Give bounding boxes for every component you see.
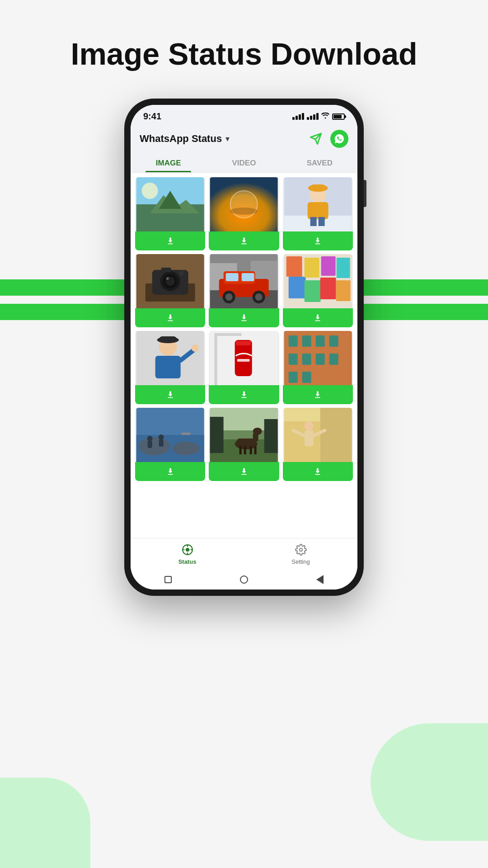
image-card: [135, 254, 205, 327]
svg-rect-87: [264, 419, 278, 453]
svg-rect-100: [304, 430, 313, 446]
download-btn-1[interactable]: [135, 231, 205, 250]
image-thumb-10: [135, 408, 205, 462]
svg-rect-43: [304, 280, 320, 302]
svg-rect-41: [288, 277, 305, 298]
download-btn-12[interactable]: [283, 462, 353, 481]
phone-shell: 9:41: [124, 99, 364, 596]
svg-point-6: [142, 183, 158, 199]
setting-nav-label: Setting: [291, 558, 310, 565]
android-home-btn[interactable]: [240, 576, 248, 584]
svg-rect-34: [242, 273, 254, 281]
tab-saved[interactable]: SAVED: [282, 152, 357, 172]
svg-rect-68: [288, 354, 297, 365]
svg-rect-14: [310, 184, 325, 191]
status-nav-icon: [181, 543, 194, 557]
android-nav-bar: [131, 570, 357, 590]
svg-point-77: [173, 442, 200, 455]
whatsapp-logo-icon[interactable]: [330, 130, 348, 148]
download-btn-10[interactable]: [135, 462, 205, 481]
image-card: [283, 331, 353, 404]
image-thumb-7: [135, 331, 205, 385]
svg-rect-79: [148, 441, 152, 448]
svg-rect-57: [215, 333, 242, 336]
signal-2-icon: [307, 113, 319, 120]
image-card: [135, 331, 205, 404]
download-btn-11[interactable]: [209, 462, 279, 481]
svg-rect-44: [321, 256, 335, 276]
svg-rect-90: [239, 446, 242, 454]
image-card: [135, 177, 205, 250]
android-square-btn[interactable]: [164, 576, 172, 583]
bottom-nav: Status Setting: [131, 538, 357, 570]
nav-item-status[interactable]: Status: [131, 543, 244, 565]
svg-rect-56: [215, 333, 217, 385]
app-header-title: WhatsApp Status: [140, 133, 222, 145]
svg-point-99: [304, 421, 313, 430]
battery-icon: [332, 113, 345, 120]
wifi-icon: [321, 113, 329, 121]
svg-rect-81: [159, 439, 164, 447]
image-thumb-8: [209, 331, 279, 385]
download-btn-4[interactable]: [135, 308, 205, 327]
bg-blob-bl: [0, 778, 90, 868]
dropdown-arrow-icon[interactable]: ▾: [225, 134, 230, 144]
image-card: [283, 254, 353, 327]
svg-rect-93: [254, 446, 257, 454]
tab-video[interactable]: VIDEO: [206, 152, 282, 172]
svg-point-109: [299, 548, 302, 552]
svg-rect-98: [284, 421, 320, 462]
image-card: [209, 331, 279, 404]
send-icon[interactable]: [308, 131, 324, 147]
download-btn-9[interactable]: [283, 385, 353, 404]
svg-rect-72: [288, 372, 297, 383]
bg-blob-br: [371, 723, 488, 841]
svg-rect-52: [155, 356, 181, 378]
download-btn-7[interactable]: [135, 385, 205, 404]
svg-rect-67: [329, 335, 338, 347]
svg-point-104: [185, 548, 189, 552]
image-thumb-2: [209, 177, 279, 231]
tab-image[interactable]: IMAGE: [131, 152, 206, 172]
image-card: [209, 254, 279, 327]
download-btn-5[interactable]: [209, 308, 279, 327]
svg-rect-66: [315, 335, 324, 347]
svg-rect-86: [210, 417, 224, 453]
image-thumb-1: [135, 177, 205, 231]
signal-1-icon: [292, 113, 304, 120]
svg-rect-47: [336, 280, 350, 301]
image-thumb-3: [283, 177, 353, 231]
download-btn-8[interactable]: [209, 385, 279, 404]
header-right: [308, 130, 348, 148]
android-back-btn[interactable]: [316, 575, 324, 584]
svg-point-24: [166, 277, 169, 280]
header-left: WhatsApp Status ▾: [140, 133, 230, 145]
svg-rect-16: [310, 217, 316, 226]
nav-item-setting[interactable]: Setting: [244, 543, 357, 565]
svg-rect-46: [336, 258, 350, 278]
svg-rect-82: [182, 433, 191, 435]
setting-nav-icon: [294, 543, 308, 557]
svg-rect-70: [315, 354, 324, 365]
svg-rect-17: [318, 217, 324, 226]
svg-point-38: [255, 293, 263, 301]
status-time: 9:41: [143, 111, 161, 122]
image-card: [283, 177, 353, 250]
svg-rect-40: [286, 256, 302, 277]
phone-inner: 9:41: [131, 105, 357, 590]
svg-rect-64: [288, 335, 297, 347]
svg-point-36: [225, 293, 233, 301]
svg-point-76: [139, 437, 170, 455]
download-btn-2[interactable]: [209, 231, 279, 250]
download-btn-3[interactable]: [283, 231, 353, 250]
svg-rect-73: [302, 372, 311, 383]
svg-rect-60: [236, 341, 251, 345]
image-thumb-9: [283, 331, 353, 385]
tabs-container: IMAGE VIDEO SAVED: [131, 152, 357, 173]
svg-rect-69: [302, 354, 311, 365]
svg-point-78: [147, 436, 153, 441]
svg-rect-45: [320, 278, 336, 299]
svg-point-80: [159, 434, 164, 440]
svg-point-95: [253, 428, 262, 435]
download-btn-6[interactable]: [283, 308, 353, 327]
